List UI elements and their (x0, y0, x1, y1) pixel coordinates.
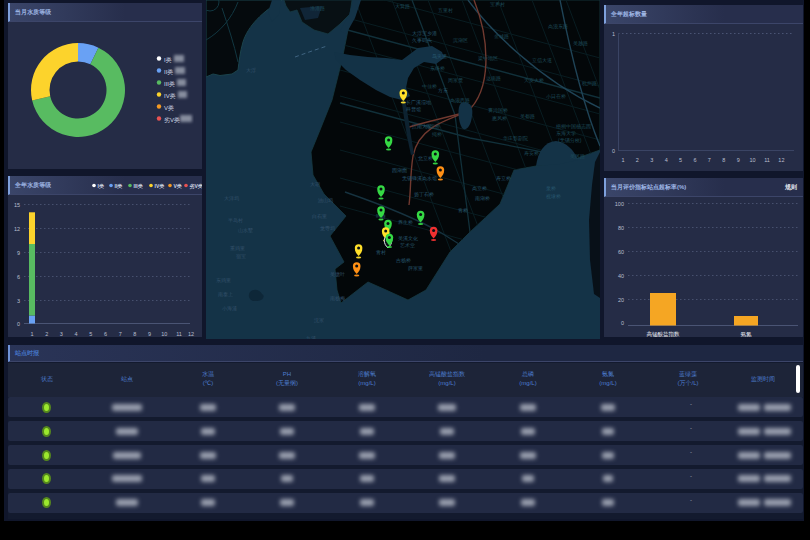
svg-text:沈家: 沈家 (314, 317, 324, 324)
svg-text:达南路: 达南路 (486, 75, 501, 81)
svg-text:I类: I类 (98, 183, 104, 189)
svg-text:I类: I类 (164, 57, 172, 63)
svg-text:6: 6 (693, 157, 696, 163)
svg-text:绳桥: 绳桥 (432, 131, 442, 137)
svg-text:80: 80 (618, 225, 624, 231)
svg-text:0: 0 (17, 321, 20, 327)
svg-text:梧桐中国植志园: 梧桐中国植志园 (555, 123, 591, 130)
svg-text:100: 100 (615, 201, 624, 207)
svg-text:养生桥: 养生桥 (398, 219, 413, 225)
svg-text:科普馆: 科普馆 (406, 106, 421, 113)
svg-text:III类: III类 (164, 81, 175, 87)
svg-text:祝埭桥: 祝埭桥 (546, 193, 561, 200)
svg-text:宝界村: 宝界村 (490, 1, 505, 8)
svg-text:賽湾国桥: 賽湾国桥 (488, 107, 508, 114)
svg-text:40: 40 (618, 273, 624, 279)
svg-text:泉桥: 泉桥 (546, 185, 556, 191)
svg-text:方东: 方东 (438, 87, 448, 94)
svg-text:IV类: IV类 (164, 93, 176, 99)
svg-text:鸟夹里: 鸟夹里 (432, 53, 447, 60)
svg-text:宿宝: 宿宝 (236, 253, 246, 259)
svg-text:青村: 青村 (376, 249, 386, 256)
svg-text:0: 0 (612, 148, 615, 154)
svg-text:12: 12 (14, 226, 20, 232)
svg-text:天安大桥: 天安大桥 (524, 77, 544, 83)
svg-text:杭州路: 杭州路 (581, 80, 597, 87)
svg-text:南杨梅: 南杨梅 (330, 295, 345, 302)
svg-text:油山坞: 油山坞 (317, 197, 333, 204)
svg-text:东海大学: 东海大学 (556, 130, 576, 137)
svg-text:华庄影剧院: 华庄影剧院 (503, 135, 528, 142)
svg-text:南湖桥: 南湖桥 (475, 195, 490, 201)
svg-text:12: 12 (188, 331, 194, 337)
svg-text:11: 11 (176, 331, 182, 337)
svg-text:2: 2 (45, 331, 48, 337)
svg-text:6: 6 (17, 274, 20, 280)
svg-text:长广溪湿地: 长广溪湿地 (406, 99, 431, 106)
svg-text:4: 4 (75, 331, 78, 337)
svg-text:0: 0 (621, 320, 624, 326)
svg-text:江南大学: 江南大学 (412, 123, 432, 130)
svg-text:吉杨桥: 吉杨桥 (396, 257, 411, 264)
svg-text:寿安桥: 寿安桥 (524, 150, 539, 156)
svg-text:8: 8 (133, 331, 136, 337)
svg-text:小日在桥: 小日在桥 (546, 93, 566, 100)
svg-text:6: 6 (104, 331, 107, 337)
svg-text:五里村: 五里村 (438, 7, 453, 14)
svg-text:渔港路: 渔港路 (310, 5, 325, 12)
svg-text:20: 20 (618, 297, 624, 303)
svg-text:九浦: 九浦 (306, 335, 316, 339)
svg-text:11: 11 (764, 157, 770, 163)
svg-text:4: 4 (665, 157, 668, 163)
svg-text:5: 5 (89, 331, 92, 337)
svg-text:大洋坞: 大洋坞 (224, 195, 239, 202)
svg-text:吴区路: 吴区路 (570, 153, 585, 159)
svg-text:龙寺坞: 龙寺坞 (320, 225, 335, 232)
svg-text:重鸡里: 重鸡里 (230, 245, 245, 251)
svg-text:7: 7 (708, 157, 711, 163)
svg-text:大浮宝乡港: 大浮宝乡港 (412, 30, 437, 37)
svg-text:II类: II类 (164, 69, 173, 75)
svg-text:寿立桥: 寿立桥 (496, 175, 511, 181)
svg-text:惠风桥: 惠风桥 (491, 115, 507, 121)
svg-text:1: 1 (30, 331, 33, 337)
svg-text:60: 60 (618, 249, 624, 255)
svg-text:II类: II类 (115, 183, 123, 189)
svg-text:10: 10 (750, 157, 756, 163)
svg-text:1: 1 (621, 157, 624, 163)
svg-text:薛家里: 薛家里 (408, 265, 423, 271)
svg-text:5: 5 (679, 157, 682, 163)
svg-text:东鸡里: 东鸡里 (216, 277, 231, 283)
svg-text:V类: V类 (164, 105, 174, 111)
svg-text:大浮: 大浮 (246, 67, 256, 74)
svg-text:久事码头: 久事码头 (412, 37, 432, 44)
svg-text:9: 9 (17, 250, 20, 256)
svg-text:立信大道: 立信大道 (532, 57, 552, 64)
svg-text:白石里: 白石里 (312, 213, 327, 220)
svg-text:吴越路: 吴越路 (573, 40, 588, 47)
svg-text:7: 7 (119, 331, 122, 337)
svg-text:高浪西路: 高浪西路 (450, 97, 470, 104)
svg-text:10: 10 (161, 331, 167, 337)
svg-text:(无锡分校): (无锡分校) (558, 137, 582, 144)
svg-text:12: 12 (778, 157, 784, 163)
svg-text:周家景: 周家景 (448, 77, 463, 83)
svg-text:高锰酸盐指数: 高锰酸盐指数 (647, 331, 681, 337)
svg-text:III类: III类 (134, 183, 143, 189)
svg-text:15: 15 (14, 202, 20, 208)
svg-text:南泰上: 南泰上 (218, 291, 233, 297)
svg-text:V类: V类 (174, 183, 182, 189)
svg-text:IV类: IV类 (155, 183, 165, 189)
svg-text:半岛村: 半岛村 (228, 217, 243, 224)
svg-text:3: 3 (650, 157, 653, 163)
svg-text:园湖面: 园湖面 (392, 167, 407, 174)
svg-text:吴都路: 吴都路 (520, 113, 535, 120)
svg-text:9: 9 (737, 157, 740, 163)
svg-text:中佳桥: 中佳桥 (422, 83, 437, 89)
svg-text:氨氮: 氨氮 (741, 331, 753, 337)
svg-text:滨湖区: 滨湖区 (453, 37, 468, 44)
svg-text:吴塘叶: 吴塘叶 (330, 271, 345, 277)
svg-text:8: 8 (722, 157, 725, 163)
svg-text:大箕路: 大箕路 (395, 3, 410, 9)
svg-text:吴溪文化: 吴溪文化 (398, 235, 418, 242)
